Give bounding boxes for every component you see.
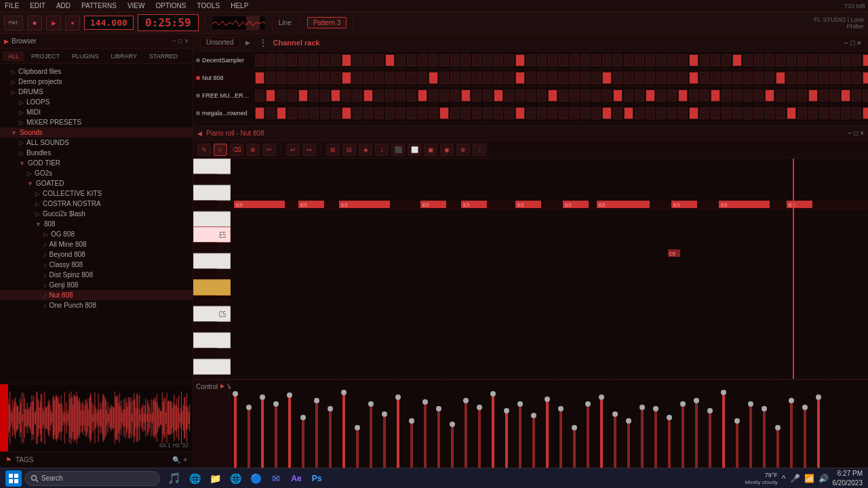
tree-item-mixer-presets[interactable]: ▷ MIXER PRESETS [0,117,193,127]
pad[interactable] [613,107,623,119]
pad[interactable] [689,54,698,66]
channel-mute-btn[interactable] [196,94,200,98]
browser-min-btn[interactable]: − [172,37,176,45]
tray-network-icon[interactable]: 📶 [804,474,814,483]
pad[interactable] [841,72,850,84]
pad[interactable] [656,54,666,66]
browser-close-btn[interactable]: × [184,37,189,45]
pad[interactable] [363,54,373,66]
tree-item-goated[interactable]: ▼ GOATED [0,178,193,188]
pad[interactable] [548,107,557,119]
taskbar-icon-fl[interactable]: 🎵 [165,470,183,487]
pad[interactable] [266,54,275,66]
pad[interactable] [689,107,698,119]
pad[interactable] [363,72,373,84]
pad[interactable] [548,89,557,102]
pad[interactable] [418,54,427,66]
stop-button[interactable]: ■ [27,16,42,30]
pad[interactable] [678,89,688,102]
pad[interactable] [537,54,547,66]
pad[interactable] [439,72,449,84]
taskbar-search-bar[interactable]: Search [24,471,160,486]
pad[interactable] [288,107,297,119]
pad[interactable] [624,107,633,119]
pad[interactable] [732,89,742,102]
pad[interactable] [754,72,764,84]
pad[interactable] [667,72,677,84]
pad[interactable] [255,72,264,84]
pad[interactable] [418,89,427,102]
pad[interactable] [374,107,384,119]
pad[interactable] [776,107,785,119]
pad[interactable] [396,107,406,119]
pad[interactable] [526,54,536,66]
pad[interactable] [450,107,460,119]
pad[interactable] [765,107,774,119]
pad[interactable] [776,54,785,66]
pad[interactable] [711,72,720,84]
pad[interactable] [646,107,655,119]
record-button[interactable]: ● [65,16,80,30]
tree-item-sounds[interactable]: ▼ Sounds [0,127,193,138]
pad[interactable] [689,72,698,84]
pad[interactable] [407,72,416,84]
pad[interactable] [722,72,731,84]
taskbar-icon-files[interactable]: 📁 [206,470,224,487]
tab-plugins[interactable]: PLUGINS [66,52,104,61]
bpm-display[interactable]: 144.000 [84,16,134,30]
menu-item-patterns[interactable]: PATTERNS [79,2,119,9]
pad[interactable] [722,107,731,119]
pad[interactable] [461,72,471,84]
pad[interactable] [732,72,742,84]
pattern-selector[interactable]: Pattern 3 [307,17,347,28]
pad[interactable] [353,72,362,84]
pad[interactable] [515,107,525,119]
pad[interactable] [787,54,796,66]
pad[interactable] [396,54,406,66]
pad[interactable] [787,72,796,84]
browser-max-btn[interactable]: □ [178,37,182,45]
menu-item-file[interactable]: FILE [3,2,21,9]
velocity-bars[interactable] [231,380,868,468]
pad[interactable] [342,72,351,84]
pr-slice-tool[interactable]: ✂ [262,144,276,156]
pad[interactable] [808,54,818,66]
pad[interactable] [852,54,861,66]
pad[interactable] [407,89,416,102]
pad[interactable] [309,107,319,119]
pad[interactable] [255,54,264,66]
pad[interactable] [863,54,868,66]
start-button[interactable] [5,470,22,487]
pad[interactable] [580,89,590,102]
pad[interactable] [678,54,688,66]
pad[interactable] [656,107,666,119]
menu-item-edit[interactable]: EDIT [28,2,47,9]
channel-mute-btn[interactable] [196,58,200,62]
pad[interactable] [255,89,264,102]
pad[interactable] [342,54,351,66]
pad[interactable] [450,54,460,66]
pad[interactable] [353,89,362,102]
pad[interactable] [602,107,612,119]
pad[interactable] [385,107,395,119]
pad[interactable] [320,89,330,102]
pad[interactable] [722,89,731,102]
pad[interactable] [483,107,492,119]
pr-tool-extra-8[interactable]: ◉ [440,144,454,156]
pad[interactable] [700,107,709,119]
pad[interactable] [298,107,308,119]
pad[interactable] [743,107,753,119]
pad[interactable] [591,54,601,66]
tag-add-btn[interactable]: + [183,456,187,464]
pad[interactable] [591,89,601,102]
menu-item-add[interactable]: ADD [54,2,73,9]
pad[interactable] [515,89,525,102]
pad[interactable] [635,107,644,119]
pad[interactable] [342,107,351,119]
pad[interactable] [266,89,275,102]
tree-item-demo[interactable]: ▷ Demo projects [0,77,193,87]
tree-item-drums[interactable]: ▷ DRUMS [0,87,193,97]
pad[interactable] [472,54,481,66]
pad[interactable] [559,89,568,102]
pad[interactable] [830,54,840,66]
